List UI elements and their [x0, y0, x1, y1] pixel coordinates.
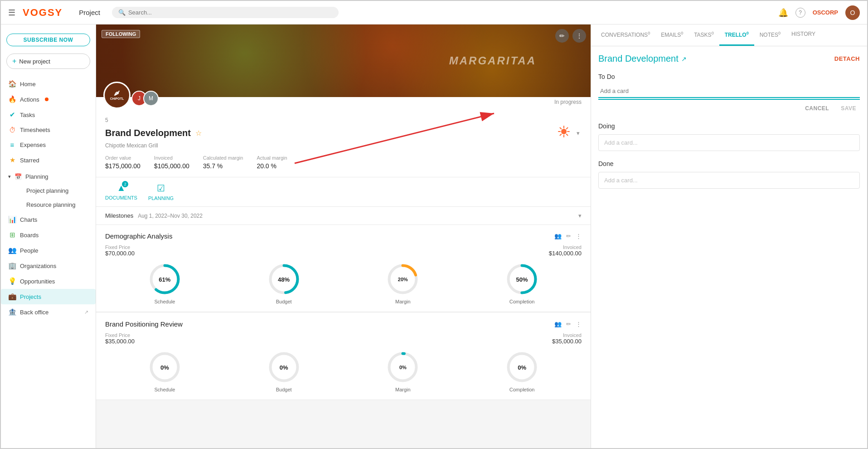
fixed-price-label-2: Fixed Price: [105, 332, 135, 338]
sidebar-item-people[interactable]: 👥 People: [1, 243, 96, 258]
planning-group-header[interactable]: ▾ 📅 Planning: [1, 170, 96, 184]
order-value: $175,000.00: [105, 162, 141, 170]
opportunities-icon: 💡: [8, 277, 16, 285]
add-card-doing[interactable]: Add a card...: [598, 134, 860, 151]
document-icon: ▲ 2: [117, 183, 126, 193]
gauge-schedule-label-2: Schedule: [154, 387, 175, 392]
milestones-row[interactable]: Milestones Aug 1, 2022–Nov 30, 2022 ▾: [96, 207, 591, 225]
emails-count: 0: [681, 31, 683, 35]
gauge-schedule-value-1: 61%: [159, 276, 170, 283]
people-assign-icon[interactable]: 👥: [554, 233, 562, 239]
margarita-text: MARGARITAA: [449, 54, 536, 67]
save-button[interactable]: SAVE: [837, 103, 860, 113]
planning-tab[interactable]: ☑ PLANNING: [148, 183, 174, 201]
gauge-schedule-2: 0% Schedule: [105, 350, 224, 392]
edit-subproject-icon[interactable]: ✏: [566, 233, 571, 239]
subproject-actions-brand: 👥 ✏ ⋮: [554, 321, 582, 327]
trello-content: Brand Development ↗ DETACH To Do C: [591, 46, 867, 448]
clock-icon: ⏱: [8, 126, 16, 134]
sidebar-item-back-office[interactable]: 🏦 Back office ↗: [1, 304, 96, 320]
gauge-margin-value-1: 20%: [398, 277, 408, 282]
gauge-margin-1: 20% Margin: [344, 262, 463, 304]
gauges-row-2: 0% Schedule 0% Budg: [105, 350, 582, 392]
charts-icon: 📊: [8, 215, 16, 224]
trello-count: 0: [747, 31, 749, 35]
edit-header-button[interactable]: ✏: [555, 29, 569, 43]
tab-emails[interactable]: EMAILS0: [655, 24, 689, 46]
more-subproject-icon[interactable]: ⋮: [576, 233, 582, 239]
people-assign-icon-2[interactable]: 👥: [554, 321, 562, 327]
trello-column-done: Done Add a card...: [598, 160, 860, 189]
tab-conversations[interactable]: CONVERSATIONS0: [596, 24, 655, 46]
trello-column-todo: To Do CANCEL SAVE: [598, 73, 860, 113]
new-project-button[interactable]: + New project: [6, 54, 90, 69]
org-name: OSCORP: [813, 9, 838, 16]
project-number: 5: [105, 117, 582, 123]
tab-notes[interactable]: NOTES0: [754, 24, 786, 46]
todo-column-title: To Do: [598, 73, 860, 80]
sidebar-item-tasks[interactable]: ✔ Tasks: [1, 107, 96, 122]
gauge-b2-value: 0%: [280, 364, 288, 371]
invoiced-label: Invoiced: [154, 155, 189, 161]
sidebar-item-opportunities[interactable]: 💡 Opportunities: [1, 273, 96, 289]
order-value-label: Order value: [105, 155, 141, 161]
hamburger-icon[interactable]: ☰: [8, 8, 15, 18]
project-company: Chipotle Mexican Grill: [105, 142, 582, 149]
right-panel: CONVERSATIONS0 EMAILS0 TASKS0 TRELLO0 NO…: [591, 24, 867, 448]
add-card-done[interactable]: Add a card...: [598, 172, 860, 189]
search-bar[interactable]: 🔍: [112, 7, 339, 18]
sidebar-item-starred[interactable]: ★ Starred: [1, 152, 96, 168]
company-logo: 🌶 CHIPOTL: [103, 82, 131, 109]
gauge-s2-value: 0%: [160, 364, 169, 371]
risk-indicator[interactable]: [558, 125, 570, 141]
sidebar-item-project-planning[interactable]: Project planning: [19, 184, 96, 198]
sidebar-item-boards[interactable]: ⊞ Boards: [1, 227, 96, 243]
sidebar-item-timesheets[interactable]: ⏱ Timesheets: [1, 122, 96, 137]
help-icon[interactable]: ?: [795, 8, 805, 18]
sidebar-item-resource-planning[interactable]: Resource planning: [19, 198, 96, 212]
more-header-button[interactable]: ⋮: [572, 29, 586, 43]
edit-subproject-icon-2[interactable]: ✏: [566, 321, 571, 327]
search-input[interactable]: [128, 9, 332, 16]
bell-icon[interactable]: 🔔: [778, 8, 788, 18]
milestones-dates: Aug 1, 2022–Nov 30, 2022: [138, 213, 203, 219]
documents-badge: 2: [122, 181, 128, 187]
svg-line-7: [567, 128, 568, 129]
more-subproject-icon-2[interactable]: ⋮: [576, 321, 582, 327]
gauge-completion-2: 0% Completion: [462, 350, 582, 392]
external-link-icon[interactable]: ↗: [681, 55, 687, 63]
projects-icon: 💼: [8, 293, 16, 301]
invoiced-value-2: $35,000.00: [552, 338, 582, 345]
home-icon: 🏠: [8, 80, 16, 88]
documents-tab[interactable]: ▲ 2 DOCUMENTS: [105, 183, 137, 201]
top-navbar: ☰ VOGSY Project 🔍 🔔 ? OSCORP O: [1, 1, 867, 24]
sidebar-item-expenses[interactable]: ≡ Expenses: [1, 137, 96, 152]
add-card-input[interactable]: [598, 85, 860, 98]
sidebar-item-actions[interactable]: 🔥 Actions: [1, 92, 96, 107]
detach-button[interactable]: DETACH: [834, 55, 860, 62]
favorite-star[interactable]: ☆: [195, 129, 202, 137]
trello-title: Brand Development: [598, 54, 679, 64]
gauge-c2-value: 0%: [518, 364, 526, 371]
cancel-button[interactable]: CANCEL: [801, 103, 833, 113]
subproject-card-brand: Brand Positioning Review 👥 ✏ ⋮ Fixed Pri…: [96, 313, 591, 400]
sidebar-item-organizations[interactable]: 🏢 Organizations: [1, 258, 96, 273]
expand-button[interactable]: ▾: [575, 128, 582, 138]
external-icon: ↗: [84, 309, 88, 315]
avatar-2: M: [143, 91, 159, 106]
add-card-input-wrapper: [598, 85, 860, 100]
tab-history[interactable]: HISTORY: [786, 24, 821, 46]
project-status: In progress: [554, 99, 582, 105]
fire-icon: 🔥: [8, 95, 16, 103]
subproject-title-demographic: Demographic Analysis: [105, 232, 172, 240]
sidebar-item-projects[interactable]: 💼 Projects: [1, 289, 96, 304]
tab-trello[interactable]: TRELLO0: [719, 24, 754, 46]
star-icon: ★: [8, 156, 16, 164]
tab-tasks[interactable]: TASKS0: [689, 24, 719, 46]
page-title: Project: [79, 9, 100, 16]
user-avatar[interactable]: O: [845, 5, 860, 20]
plus-icon: +: [12, 57, 16, 65]
sidebar-item-charts[interactable]: 📊 Charts: [1, 212, 96, 227]
sidebar-item-home[interactable]: 🏠 Home: [1, 76, 96, 92]
subscribe-button[interactable]: SUBSCRIBE NOW: [6, 34, 90, 46]
